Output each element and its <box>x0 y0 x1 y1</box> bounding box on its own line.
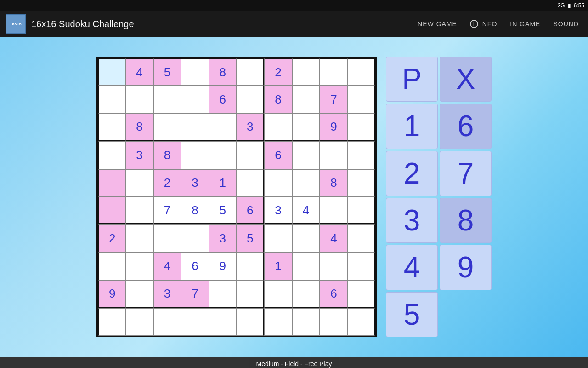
cell-4-5[interactable] <box>237 169 264 197</box>
cell-0-8[interactable] <box>320 58 347 86</box>
cell-9-1[interactable] <box>125 308 153 336</box>
cell-9-5[interactable] <box>237 308 264 336</box>
cell-6-5[interactable]: 5 <box>237 224 264 252</box>
cell-1-0[interactable] <box>98 86 125 113</box>
cell-1-6[interactable]: 8 <box>264 86 292 113</box>
cell-5-3[interactable]: 8 <box>181 197 209 224</box>
cell-2-9[interactable] <box>348 114 375 141</box>
cell-6-9[interactable] <box>348 224 375 252</box>
cell-7-4[interactable]: 9 <box>209 253 237 280</box>
cell-1-1[interactable] <box>125 86 153 113</box>
cell-9-4[interactable] <box>209 308 237 336</box>
cell-9-0[interactable] <box>98 308 125 336</box>
cell-4-4[interactable]: 1 <box>209 169 237 197</box>
sudoku-grid[interactable]: 4 5 8 2 6 8 7 8 3 9 3 8 <box>96 57 377 337</box>
cell-5-8[interactable] <box>320 197 347 224</box>
cell-0-2[interactable]: 5 <box>153 58 181 86</box>
cell-5-5[interactable]: 6 <box>237 197 264 224</box>
cell-5-0[interactable] <box>98 197 125 224</box>
cell-9-3[interactable] <box>181 308 209 336</box>
cell-1-5[interactable] <box>237 86 264 113</box>
cell-2-4[interactable] <box>209 114 237 141</box>
pad-7[interactable]: 7 <box>440 151 492 196</box>
cell-1-4[interactable]: 6 <box>209 86 237 113</box>
pad-5[interactable]: 5 <box>386 292 438 337</box>
cell-5-4[interactable]: 5 <box>209 197 237 224</box>
cell-2-8[interactable]: 9 <box>320 114 347 141</box>
cell-4-0[interactable] <box>98 169 125 197</box>
cell-7-9[interactable] <box>348 253 375 280</box>
cell-7-3[interactable]: 6 <box>181 253 209 280</box>
cell-6-1[interactable] <box>125 224 153 252</box>
cell-2-3[interactable] <box>181 114 209 141</box>
cell-0-7[interactable] <box>292 58 320 86</box>
cell-8-1[interactable] <box>125 280 153 308</box>
cell-2-7[interactable] <box>292 114 320 141</box>
cell-9-2[interactable] <box>153 308 181 336</box>
cell-4-2[interactable]: 2 <box>153 169 181 197</box>
cell-3-6[interactable]: 6 <box>264 141 292 169</box>
cell-8-3[interactable]: 7 <box>181 280 209 308</box>
cell-3-9[interactable] <box>348 141 375 169</box>
cell-7-2[interactable]: 4 <box>153 253 181 280</box>
cell-1-8[interactable]: 7 <box>320 86 347 113</box>
cell-8-7[interactable] <box>292 280 320 308</box>
cell-7-5[interactable] <box>237 253 264 280</box>
cell-0-9[interactable] <box>348 58 375 86</box>
cell-1-3[interactable] <box>181 86 209 113</box>
cell-0-0[interactable] <box>98 58 125 86</box>
cell-6-0[interactable]: 2 <box>98 224 125 252</box>
cell-6-8[interactable]: 4 <box>320 224 347 252</box>
pad-1[interactable]: 1 <box>386 104 438 149</box>
cell-8-2[interactable]: 3 <box>153 280 181 308</box>
cell-0-3[interactable] <box>181 58 209 86</box>
cell-8-4[interactable] <box>209 280 237 308</box>
cell-7-1[interactable] <box>125 253 153 280</box>
pad-9[interactable]: 9 <box>440 245 492 290</box>
cell-5-7[interactable]: 4 <box>292 197 320 224</box>
cell-0-5[interactable] <box>237 58 264 86</box>
cell-4-8[interactable]: 8 <box>320 169 347 197</box>
cell-9-7[interactable] <box>292 308 320 336</box>
cell-7-8[interactable] <box>320 253 347 280</box>
cell-5-6[interactable]: 3 <box>264 197 292 224</box>
cell-9-6[interactable] <box>264 308 292 336</box>
cell-4-1[interactable] <box>125 169 153 197</box>
cell-0-1[interactable]: 4 <box>125 58 153 86</box>
cell-8-8[interactable]: 6 <box>320 280 347 308</box>
cell-7-0[interactable] <box>98 253 125 280</box>
pad-3[interactable]: 3 <box>386 198 438 243</box>
cell-8-6[interactable] <box>264 280 292 308</box>
sound-button[interactable]: SOUND <box>549 18 582 29</box>
cell-2-0[interactable] <box>98 114 125 141</box>
cell-7-7[interactable] <box>292 253 320 280</box>
pad-6[interactable]: 6 <box>440 104 492 149</box>
cell-0-4[interactable]: 8 <box>209 58 237 86</box>
pad-P[interactable]: P <box>386 57 438 102</box>
pad-4[interactable]: 4 <box>386 245 438 290</box>
cell-3-5[interactable] <box>237 141 264 169</box>
cell-4-7[interactable] <box>292 169 320 197</box>
cell-3-0[interactable] <box>98 141 125 169</box>
cell-8-0[interactable]: 9 <box>98 280 125 308</box>
cell-2-6[interactable] <box>264 114 292 141</box>
cell-8-9[interactable] <box>348 280 375 308</box>
pad-2[interactable]: 2 <box>386 151 438 196</box>
cell-4-3[interactable]: 3 <box>181 169 209 197</box>
cell-8-5[interactable] <box>237 280 264 308</box>
cell-3-3[interactable] <box>181 141 209 169</box>
cell-2-5[interactable]: 3 <box>237 114 264 141</box>
cell-3-4[interactable] <box>209 141 237 169</box>
cell-6-7[interactable] <box>292 224 320 252</box>
cell-0-6[interactable]: 2 <box>264 58 292 86</box>
cell-1-9[interactable] <box>348 86 375 113</box>
cell-3-1[interactable]: 3 <box>125 141 153 169</box>
cell-2-1[interactable]: 8 <box>125 114 153 141</box>
cell-3-8[interactable] <box>320 141 347 169</box>
cell-6-6[interactable] <box>264 224 292 252</box>
cell-7-6[interactable]: 1 <box>264 253 292 280</box>
cell-1-2[interactable] <box>153 86 181 113</box>
cell-6-3[interactable] <box>181 224 209 252</box>
cell-3-2[interactable]: 8 <box>153 141 181 169</box>
cell-6-4[interactable]: 3 <box>209 224 237 252</box>
